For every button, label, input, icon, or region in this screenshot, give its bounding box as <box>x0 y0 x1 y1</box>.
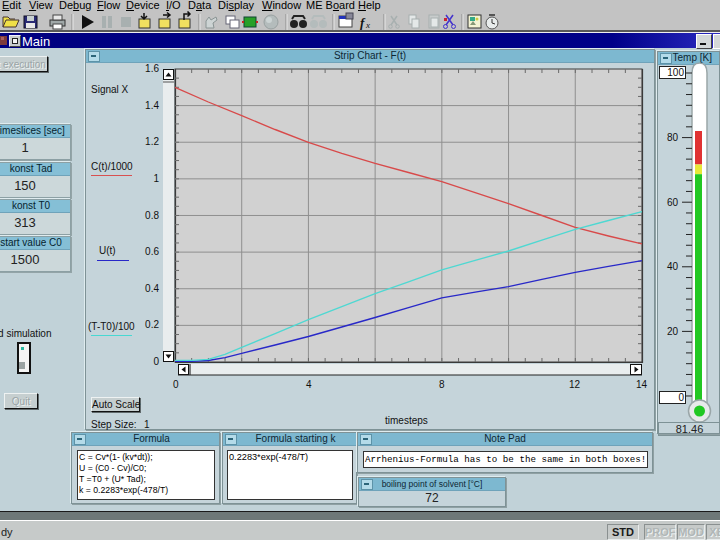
svg-text:80: 80 <box>667 132 679 143</box>
svg-text:60: 60 <box>667 197 679 208</box>
svg-text:x: x <box>365 20 370 30</box>
svg-text:40: 40 <box>667 261 679 272</box>
svg-text:20: 20 <box>667 326 679 337</box>
